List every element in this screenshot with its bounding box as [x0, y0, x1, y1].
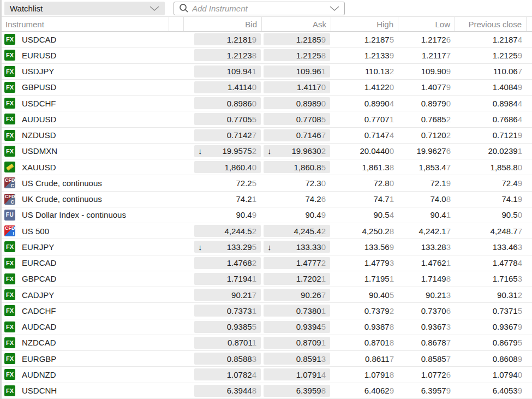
- previous-close-value: 0.71219: [455, 130, 527, 140]
- table-row[interactable]: FX USDCNH 6.39448 6.39598 6.40629 6.3957…: [0, 383, 532, 399]
- bid-price-button: 90.49: [194, 209, 261, 221]
- instrument-name: USDMXN: [22, 146, 57, 156]
- instrument-name: EURCAD: [22, 258, 56, 267]
- bid-price-button[interactable]: 1.47682: [194, 257, 261, 269]
- high-value: 0.71474: [331, 130, 398, 140]
- column-header-ask[interactable]: Ask: [262, 17, 331, 31]
- ask-price-button[interactable]: ↓133.330: [264, 241, 330, 253]
- column-header-bid[interactable]: Bid: [184, 17, 262, 31]
- ask-price-button[interactable]: 0.85913: [264, 353, 330, 365]
- previous-close-value: 0.86089: [455, 354, 527, 364]
- table-row[interactable]: FU US Dollar Index - continuous 90.49 90…: [0, 207, 532, 223]
- down-arrow-icon: ↓: [267, 242, 272, 252]
- bid-price-button[interactable]: 1.21238: [194, 49, 261, 61]
- table-row[interactable]: CFDC US Crude, continuous 72.25 72.30 72…: [0, 175, 532, 191]
- ask-price-button[interactable]: 0.87091: [264, 337, 330, 349]
- column-header-previous-close[interactable]: Previous close: [455, 17, 527, 31]
- table-row[interactable]: FX CADCHF 0.73731 0.73801 0.73792 0.7370…: [0, 303, 532, 319]
- table-row[interactable]: FX GBPUSD 1.41140 1.41170 1.41220 1.4077…: [0, 80, 532, 96]
- ask-price-button[interactable]: 109.961: [264, 65, 330, 78]
- low-value: 1,853.47: [398, 163, 455, 172]
- previous-close-value: 0.86795: [455, 338, 527, 347]
- search-chevron-down-icon[interactable]: [330, 6, 339, 11]
- table-row[interactable]: CFDC UK Crude, continuous 74.21 74.26 74…: [0, 192, 532, 207]
- search-input[interactable]: [192, 4, 330, 13]
- table-row[interactable]: FX GBPCAD 1.71941 1.72021 1.71951 1.7149…: [0, 271, 532, 287]
- bid-price-button[interactable]: 0.87011: [194, 337, 261, 349]
- bid-price-button[interactable]: 1.21819: [194, 33, 261, 45]
- previous-close-value: 72.49: [455, 178, 527, 188]
- table-row[interactable]: FX AUDCAD 0.93855 0.93945 0.93878 0.9367…: [0, 319, 532, 335]
- table-row[interactable]: FX CADJPY 90.217 90.267 90.405 90.213 90…: [0, 287, 532, 303]
- bid-price-button[interactable]: 0.85883: [194, 353, 261, 365]
- bid-price-button[interactable]: 4,244.52: [194, 225, 261, 237]
- bid-price-button[interactable]: 0.93855: [194, 321, 261, 333]
- high-value: 1.71951: [331, 274, 398, 283]
- bid-price-button[interactable]: 1.07824: [194, 368, 261, 380]
- table-row[interactable]: FX AUDUSD 0.77055 0.77085 0.77071 0.7685…: [0, 111, 532, 127]
- bid-price-button[interactable]: 1.41140: [194, 81, 261, 93]
- ask-price-button[interactable]: 4,245.42: [264, 225, 330, 237]
- table-row[interactable]: FX USDCAD 1.21819 1.21859 1.21875 1.2172…: [0, 32, 532, 47]
- instrument-name: NZDCAD: [22, 338, 56, 347]
- ask-price-button[interactable]: 0.73801: [264, 305, 330, 317]
- instrument-type-icon: FX: [4, 82, 15, 93]
- column-header-high[interactable]: High: [331, 17, 398, 31]
- bid-price-button[interactable]: ↓133.295: [194, 241, 261, 253]
- bid-price-button[interactable]: 90.217: [194, 289, 261, 301]
- table-row[interactable]: FX NZDUSD 0.71427 0.71467 0.71474 0.7120…: [0, 128, 532, 144]
- high-value: 133.569: [331, 242, 398, 252]
- bid-price-button[interactable]: 0.71427: [194, 129, 261, 141]
- table-row[interactable]: FX AUDNZD 1.07824 1.07914 1.07918 1.0772…: [0, 367, 532, 383]
- bid-price-button[interactable]: ↓19.95752: [194, 145, 261, 157]
- previous-close-value: 1.21874: [455, 35, 527, 44]
- bid-price-button[interactable]: 0.73731: [194, 305, 261, 317]
- table-row[interactable]: FX EURGBP 0.85883 0.85913 0.86117 0.8585…: [0, 351, 532, 367]
- bid-price-button[interactable]: 0.89860: [194, 97, 261, 109]
- ask-price-button[interactable]: 1.47772: [264, 257, 330, 269]
- previous-close-value: 1,858.80: [455, 163, 527, 172]
- watchlist-dropdown-label: Watchlist: [10, 4, 43, 13]
- bid-price-button: 74.21: [194, 193, 261, 205]
- bid-price-button[interactable]: 109.941: [194, 65, 261, 78]
- ask-price-button[interactable]: 1.41170: [264, 81, 330, 93]
- ask-price-button[interactable]: 1.21859: [264, 33, 330, 45]
- previous-close-value: 1.71653: [455, 274, 527, 283]
- instrument-type-icon: FX: [4, 114, 15, 124]
- ask-price-button[interactable]: 0.93945: [264, 321, 330, 333]
- instrument-search-box[interactable]: [174, 2, 345, 15]
- column-header-low[interactable]: Low: [398, 17, 455, 31]
- table-row[interactable]: FX EURJPY ↓133.295 ↓133.330 133.569 133.…: [0, 239, 532, 255]
- bid-price-button[interactable]: 6.39448: [194, 385, 261, 397]
- low-value: 0.76852: [398, 115, 455, 124]
- instrument-type-icon: CFDC: [4, 194, 15, 205]
- table-row[interactable]: FX EURCAD 1.47682 1.47772 1.47793 1.4762…: [0, 255, 532, 271]
- high-value: 72.80: [331, 178, 398, 188]
- ask-price-button[interactable]: 1.07914: [264, 368, 330, 380]
- chevron-down-icon: [150, 6, 159, 11]
- low-value: 0.85857: [398, 354, 455, 364]
- ask-price-button[interactable]: 90.267: [264, 289, 330, 301]
- ask-price-button[interactable]: 1.21258: [264, 49, 330, 61]
- ask-price-button[interactable]: 0.89890: [264, 97, 330, 109]
- bid-price-button[interactable]: 0.77055: [194, 113, 261, 125]
- bid-price-button[interactable]: 1.71941: [194, 273, 261, 285]
- ask-price-button[interactable]: 0.77085: [264, 113, 330, 125]
- column-header-instrument[interactable]: Instrument: [4, 17, 169, 31]
- table-row[interactable]: FX USDJPY 109.941 109.961 110.132 109.90…: [0, 64, 532, 80]
- table-row[interactable]: FX USDMXN ↓19.95752 ↓19.96302 20.04400 1…: [0, 144, 532, 159]
- previous-close-value: 1.47784: [455, 258, 527, 267]
- ask-price-button[interactable]: 1.72021: [264, 273, 330, 285]
- table-row[interactable]: FX NZDCAD 0.87011 0.87091 0.87018 0.8678…: [0, 335, 532, 351]
- ask-price-button[interactable]: 6.39598: [264, 385, 330, 397]
- table-row[interactable]: FX EURUSD 1.21238 1.21258 1.21339 1.2117…: [0, 47, 532, 63]
- instrument-name: EURGBP: [22, 354, 56, 364]
- table-row[interactable]: CFDI US 500 4,244.52 4,245.42 4,250.28 4…: [0, 223, 532, 239]
- bid-price-button[interactable]: 1,860.40: [194, 161, 261, 173]
- table-row[interactable]: FX USDCHF 0.89860 0.89890 0.89904 0.8979…: [0, 96, 532, 111]
- table-row[interactable]: XAUUSD 1,860.40 1,860.85 1,861.38 1,853.…: [0, 159, 532, 175]
- ask-price-button[interactable]: 1,860.85: [264, 161, 330, 173]
- ask-price-button[interactable]: 0.71467: [264, 129, 330, 141]
- ask-price-button[interactable]: ↓19.96302: [264, 145, 330, 157]
- watchlist-dropdown[interactable]: Watchlist: [4, 2, 165, 15]
